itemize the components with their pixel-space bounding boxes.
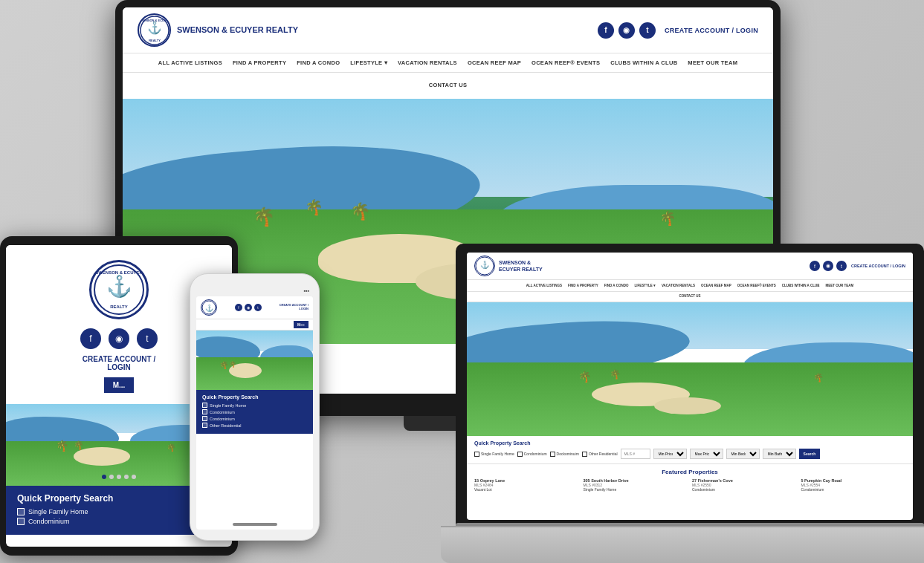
tablet-menu-button[interactable]: M... xyxy=(104,377,135,393)
phone-social: f ◉ t xyxy=(235,304,262,311)
site-logo: SWENSON & ECUYER REALTY ⚓ SWENSON & ECUY… xyxy=(138,13,298,47)
phone-cb-other-box[interactable] xyxy=(202,423,207,428)
phone-menu-button[interactable]: M≡≡ xyxy=(294,321,308,328)
dot-1 xyxy=(102,475,106,479)
nav-item-lifestyle[interactable]: LIFESTYLE ▾ xyxy=(345,53,392,72)
phone-instagram-icon[interactable]: ◉ xyxy=(245,304,252,311)
lnav-events[interactable]: OCEAN REEF® EVENTS xyxy=(734,282,779,290)
tablet-create-account[interactable]: CREATE ACCOUNT /LOGIN xyxy=(83,355,155,371)
laptop-cb-condo-label: Condominium xyxy=(524,452,547,456)
phone-search-section: Quick Property Search Single Family Home… xyxy=(196,390,313,434)
laptop-instagram-icon[interactable]: ◉ xyxy=(823,261,833,271)
nav-item-events[interactable]: OCEAN REEF® EVENTS xyxy=(526,53,605,72)
svg-text:⚓: ⚓ xyxy=(480,260,490,270)
lnav-condo[interactable]: FIND A CONDO xyxy=(601,282,632,290)
phone-cb-condo2-label: Condominium xyxy=(210,417,235,421)
twitter-icon[interactable]: t xyxy=(639,22,656,39)
nav-item-vacation[interactable]: VACATION RENTALS xyxy=(392,53,462,72)
laptop-create-account[interactable]: CREATE ACCOUNT / LOGIN xyxy=(851,264,905,268)
laptop-min-baths-select[interactable]: Min Baths xyxy=(763,449,796,459)
dot-4 xyxy=(124,475,129,479)
laptop: ⚓ SWENSON &ECUYER REALTY f ◉ t CREATE AC… xyxy=(456,244,924,563)
laptop-base xyxy=(441,526,924,563)
phone: ▪▪▪ ⚓ f ◉ t CREA xyxy=(190,273,320,541)
nav-item-listings[interactable]: ALL ACTIVE LISTINGS xyxy=(153,53,227,72)
lnav-clubs[interactable]: CLUBS WITHIN A CLUB xyxy=(779,282,823,290)
laptop-mls-input[interactable] xyxy=(621,449,650,459)
site-header: SWENSON & ECUYER REALTY ⚓ SWENSON & ECUY… xyxy=(123,7,773,53)
svg-text:⚓: ⚓ xyxy=(147,21,162,35)
laptop-search-button[interactable]: Search xyxy=(799,449,821,459)
dot-5 xyxy=(132,475,136,479)
nav-item-map[interactable]: OCEAN REEF MAP xyxy=(462,53,526,72)
nav-item-find-condo[interactable]: FIND A CONDO xyxy=(291,53,345,72)
phone-cb-condo-box[interactable] xyxy=(202,409,207,414)
laptop-search-title: Quick Property Search xyxy=(474,440,905,446)
laptop-logo: ⚓ SWENSON &ECUYER REALTY xyxy=(474,256,543,276)
tablet-cb-condo-box[interactable] xyxy=(17,518,25,525)
phone-cb-sfh: Single Family Home xyxy=(202,403,307,408)
svg-text:REALTY: REALTY xyxy=(149,39,161,42)
lnav-vacation[interactable]: VACATION RENTALS xyxy=(659,282,698,290)
scene: SWENSON & ECUYER REALTY ⚓ SWENSON & ECUY… xyxy=(0,0,924,563)
l-palm2: 🌴 xyxy=(610,369,621,380)
phone-menu-area: M≡≡ xyxy=(196,319,313,331)
phone-cb-condo2: Condominium xyxy=(202,416,307,421)
phone-facebook-icon[interactable]: f xyxy=(235,304,242,311)
lnav-listings[interactable]: ALL ACTIVE LISTINGS xyxy=(523,282,565,290)
phone-twitter-icon[interactable]: t xyxy=(254,304,262,311)
facebook-icon[interactable]: f xyxy=(598,22,614,39)
nav-item-contact[interactable]: CONTACT US xyxy=(424,76,473,94)
p-palm1: 🌴 xyxy=(219,361,228,369)
phone-cb-sfh-box[interactable] xyxy=(202,403,207,408)
lnav-team[interactable]: MEET OUR TEAM xyxy=(822,282,856,290)
laptop-cb-dock-box[interactable] xyxy=(550,452,555,457)
nav-sub: CONTACT US xyxy=(123,73,773,99)
laptop-bezel: ⚓ SWENSON &ECUYER REALTY f ◉ t CREATE AC… xyxy=(456,244,924,526)
laptop-cb-condo-box[interactable] xyxy=(517,452,523,457)
phone-screen: ⚓ f ◉ t CREATE ACCOUNT /LOGIN M≡≡ xyxy=(196,296,313,530)
laptop-property-4: 5 Pumpkin Cay Road MLS #2554 Condominium xyxy=(801,478,906,492)
dot-2 xyxy=(109,475,114,479)
laptop-cb-other: Other Residential xyxy=(582,452,618,457)
nav-item-clubs[interactable]: CLUBS WITHIN A CLUB xyxy=(605,53,682,72)
svg-text:REALTY: REALTY xyxy=(110,305,128,309)
p-palm2: 🌴 xyxy=(229,361,236,368)
laptop-property-4-type: Condominium xyxy=(801,487,906,492)
tablet-instagram-icon[interactable]: ◉ xyxy=(109,328,129,349)
phone-search-title: Quick Property Search xyxy=(202,394,307,400)
phone-cb-condo-label: Condominium xyxy=(210,410,235,414)
svg-text:⚓: ⚓ xyxy=(205,304,214,313)
nav-item-find-property[interactable]: FIND A PROPERTY xyxy=(227,53,291,72)
phone-cb-condo2-box[interactable] xyxy=(202,416,207,421)
laptop-featured: Featured Properties 15 Osprey Lane MLS #… xyxy=(467,464,913,496)
svg-text:⚓: ⚓ xyxy=(106,274,132,299)
laptop-cb-sfh-box[interactable] xyxy=(474,452,479,457)
l-palm1: 🌴 xyxy=(578,371,591,383)
laptop-twitter-icon[interactable]: t xyxy=(836,261,847,271)
laptop-logo-circle: ⚓ xyxy=(474,256,495,276)
create-account-link[interactable]: CREATE ACCOUNT / LOGIN xyxy=(665,27,758,34)
instagram-icon[interactable]: ◉ xyxy=(618,22,635,39)
laptop-facebook-icon[interactable]: f xyxy=(810,261,820,271)
tablet-twitter-icon[interactable]: t xyxy=(137,328,158,349)
lnav-property[interactable]: FIND A PROPERTY xyxy=(565,282,601,290)
laptop-cb-other-label: Other Residential xyxy=(589,452,618,456)
tablet-cb-sfh-box[interactable] xyxy=(17,508,25,515)
laptop-max-price-select[interactable]: Max Price xyxy=(690,449,723,459)
laptop-golf-scene: 🌴 🌴 🌴 xyxy=(467,302,913,436)
lnav-lifestyle[interactable]: LIFESTYLE ▾ xyxy=(631,282,659,290)
lnav-map[interactable]: OCEAN REEF MAP xyxy=(698,282,734,290)
tablet-facebook-icon[interactable]: f xyxy=(80,328,101,349)
laptop-min-price-select[interactable]: Min Price xyxy=(653,449,687,459)
header-right: f ◉ t CREATE ACCOUNT / LOGIN xyxy=(598,22,758,39)
nav-item-team[interactable]: MEET OUR TEAM xyxy=(682,53,743,72)
laptop-property-3-type: Condominium xyxy=(692,487,797,492)
laptop-cb-other-box[interactable] xyxy=(582,452,587,457)
laptop-min-beds-select[interactable]: Min Beds xyxy=(726,449,760,459)
laptop-property-1: 15 Osprey Lane MLS #2464 Vacant Lot xyxy=(474,478,579,492)
phone-create-account[interactable]: CREATE ACCOUNT /LOGIN xyxy=(280,304,308,311)
phone-cb-other: Other Residential xyxy=(202,423,307,428)
phone-status-bar: ▪▪▪ xyxy=(196,284,313,296)
lnav-contact[interactable]: CONTACT US xyxy=(676,292,703,300)
